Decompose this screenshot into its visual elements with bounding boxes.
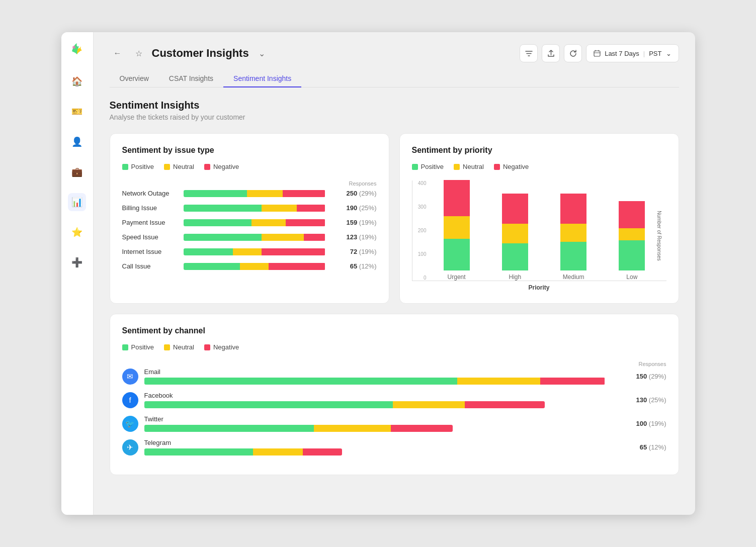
date-chevron-icon: ⌄ bbox=[666, 50, 671, 57]
issue-bar-row: Speed Issue 123 (19%) bbox=[122, 233, 377, 241]
priority-bar-col: Urgent bbox=[444, 180, 470, 281]
channel-row: f Facebook 130 (25%) bbox=[122, 392, 666, 408]
channel-stat: 100 (19%) bbox=[611, 420, 666, 427]
bar-stat: 65 (12%) bbox=[331, 262, 377, 270]
positive-dot-p bbox=[412, 164, 418, 170]
bar-stat: 123 (19%) bbox=[331, 233, 377, 241]
back-button[interactable]: ← bbox=[110, 45, 126, 61]
channel-stat: 130 (25%) bbox=[611, 396, 666, 404]
legend-negative: Negative bbox=[204, 163, 239, 170]
priority-chart-legend: Positive Neutral Negative bbox=[412, 163, 666, 170]
filter-button[interactable] bbox=[520, 44, 538, 62]
channel-row: 🐦 Twitter 100 (19%) bbox=[122, 415, 666, 432]
tabs-bar: Overview CSAT Insights Sentiment Insight… bbox=[110, 70, 679, 87]
legend-negative-c: Negative bbox=[204, 343, 239, 351]
channel-label: Telegram bbox=[144, 439, 605, 446]
sidebar-item-add[interactable]: ➕ bbox=[68, 253, 86, 271]
legend-positive: Positive bbox=[122, 163, 154, 170]
legend-neutral: Neutral bbox=[164, 163, 194, 170]
y-label-0: 0 bbox=[412, 275, 427, 281]
priority-bar-stack bbox=[502, 194, 528, 270]
channel-label: Facebook bbox=[144, 392, 605, 399]
priority-neu-seg bbox=[444, 216, 470, 239]
channel-neu-seg bbox=[457, 378, 540, 385]
header-left: ← ☆ Customer Insights ⌄ bbox=[110, 45, 270, 61]
sidebar-item-work[interactable]: 💼 bbox=[68, 163, 86, 181]
tab-overview[interactable]: Overview bbox=[110, 70, 159, 87]
priority-pos-seg bbox=[444, 239, 470, 270]
legend-positive-p: Positive bbox=[412, 163, 444, 170]
y-label-300: 300 bbox=[412, 204, 427, 210]
sidebar-item-contacts[interactable]: 👤 bbox=[68, 133, 86, 151]
date-range-separator: | bbox=[643, 50, 645, 57]
channel-bar-track bbox=[144, 425, 453, 432]
share-button[interactable] bbox=[542, 44, 560, 62]
priority-card: Sentiment by priority Positive Neutral N… bbox=[399, 133, 679, 304]
date-range-label: Last 7 Days bbox=[605, 50, 639, 57]
bar-stat: 250 (29%) bbox=[331, 190, 377, 197]
negative-label-c: Negative bbox=[213, 343, 239, 351]
legend-positive-c: Positive bbox=[122, 343, 154, 351]
channel-icon-telegram: ✈ bbox=[122, 439, 138, 455]
date-range-button[interactable]: Last 7 Days | PST ⌄ bbox=[586, 44, 679, 62]
header-right: Last 7 Days | PST ⌄ bbox=[520, 44, 679, 62]
channel-card: Sentiment by channel Positive Neutral Ne… bbox=[110, 314, 679, 475]
channel-bars-container: ✉ Email 150 (29%) f Facebook 130 (25%) 🐦… bbox=[122, 368, 666, 455]
bar-stat: 190 (25%) bbox=[331, 204, 377, 212]
priority-bar-col: Low bbox=[619, 201, 645, 281]
channel-pos-seg bbox=[144, 401, 393, 408]
channel-icon-facebook: f bbox=[122, 392, 138, 408]
priority-neu-seg bbox=[502, 224, 528, 243]
svg-rect-1 bbox=[594, 51, 600, 56]
sidebar-item-tickets[interactable]: 🎫 bbox=[68, 103, 86, 121]
svg-point-0 bbox=[72, 46, 75, 49]
negative-label-p: Negative bbox=[503, 163, 529, 170]
priority-bars-container: Urgent High Medium Low bbox=[428, 186, 661, 281]
issue-bar-row: Billing Issue 190 (25%) bbox=[122, 204, 377, 212]
positive-label-p: Positive bbox=[421, 163, 444, 170]
y-axis: 400 300 200 100 0 bbox=[412, 180, 427, 281]
negative-label: Negative bbox=[213, 163, 239, 170]
priority-neu-seg bbox=[619, 228, 645, 240]
logo bbox=[69, 40, 85, 56]
channel-neu-seg bbox=[314, 425, 391, 432]
bar-label: Network Outage bbox=[122, 190, 178, 197]
neutral-label-p: Neutral bbox=[463, 163, 484, 170]
refresh-button[interactable] bbox=[564, 44, 582, 62]
channel-neu-seg bbox=[253, 448, 302, 455]
issue-chart-title: Sentiment by issue type bbox=[122, 146, 377, 155]
neutral-dot bbox=[164, 164, 170, 170]
positive-label-c: Positive bbox=[131, 343, 154, 351]
bar-label: Payment Issue bbox=[122, 219, 178, 226]
sidebar-item-home[interactable]: 🏠 bbox=[68, 72, 86, 90]
neutral-label-c: Neutral bbox=[173, 343, 194, 351]
sidebar-item-starred[interactable]: ⭐ bbox=[68, 223, 86, 241]
issue-bar-row: Network Outage 250 (29%) bbox=[122, 190, 377, 197]
priority-bar-label: High bbox=[509, 274, 522, 281]
channel-icon-twitter: 🐦 bbox=[122, 416, 138, 432]
issue-bar-row: Internet Issue 72 (19%) bbox=[122, 248, 377, 255]
section-subtitle: Analyse the tickets raised by your custo… bbox=[110, 113, 679, 121]
y-axis-title: Number of Responses bbox=[656, 211, 662, 261]
tab-sentiment[interactable]: Sentiment Insights bbox=[223, 70, 301, 87]
header: ← ☆ Customer Insights ⌄ Last 7 Days bbox=[110, 44, 679, 62]
negative-dot-c bbox=[204, 344, 210, 350]
tab-csat[interactable]: CSAT Insights bbox=[159, 70, 223, 87]
legend-negative-p: Negative bbox=[494, 163, 529, 170]
priority-pos-seg bbox=[619, 240, 645, 270]
sidebar-item-analytics[interactable]: 📊 bbox=[68, 193, 86, 211]
bar-label: Speed Issue bbox=[122, 233, 178, 241]
priority-chart-area: 400 300 200 100 0 Urgent High bbox=[412, 180, 666, 281]
channel-label: Twitter bbox=[144, 415, 605, 423]
issue-type-card: Sentiment by issue type Positive Neutral… bbox=[110, 133, 389, 304]
chevron-down-icon[interactable]: ⌄ bbox=[254, 45, 270, 61]
issue-bars-container: Network Outage 250 (29%) Billing Issue 1… bbox=[122, 190, 377, 270]
y-label-200: 200 bbox=[412, 228, 427, 233]
bar-stat: 159 (19%) bbox=[331, 219, 377, 226]
priority-chart-outer: 400 300 200 100 0 Urgent High bbox=[412, 180, 666, 291]
channel-neg-seg bbox=[303, 448, 343, 455]
channel-neg-seg bbox=[465, 401, 545, 408]
issue-bar-row: Payment Issue 159 (19%) bbox=[122, 219, 377, 226]
channel-pos-seg bbox=[144, 378, 458, 385]
star-button[interactable]: ☆ bbox=[131, 45, 147, 61]
